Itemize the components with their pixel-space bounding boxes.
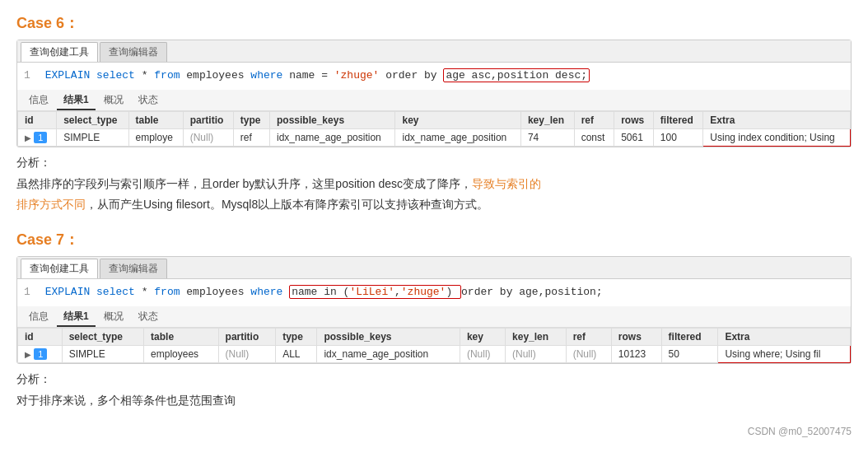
case6-col-rows: rows bbox=[614, 111, 654, 128]
case6-cell-type: ref bbox=[233, 128, 269, 146]
case7-line-number: 1 bbox=[24, 286, 30, 298]
case6-col-type: type bbox=[233, 111, 269, 128]
case7-sql-code: 1 EXPLAIN select * from employees where … bbox=[17, 279, 851, 306]
case6-sql-star: * bbox=[142, 69, 155, 82]
case7-title: Case 7： bbox=[16, 230, 852, 249]
case6-cell-key-len: 74 bbox=[520, 128, 574, 146]
case6-sql-orderby: order by bbox=[385, 69, 443, 82]
case6-sql-select: select bbox=[96, 69, 135, 82]
case7-cell-type: ALL bbox=[276, 345, 317, 362]
case6-sql-where: where bbox=[250, 69, 282, 82]
case6-cell-select-type: SIMPLE bbox=[57, 128, 128, 146]
case6-analysis-text1: 虽然排序的字段列与索引顺序一样，且order by默认升序，这里position… bbox=[16, 177, 472, 190]
case6-tab-query-create[interactable]: 查询创建工具 bbox=[21, 42, 98, 62]
case7-table-header-row: id select_type table partitio type possi… bbox=[18, 328, 851, 345]
case7-sql-in-clause: name in ('LiLei','zhuge') bbox=[289, 285, 461, 299]
case6-cell-extra: Using index condition; Using bbox=[703, 128, 851, 146]
case6-cell-ref: const bbox=[574, 128, 614, 146]
case6-col-possible-keys: possible_keys bbox=[270, 111, 395, 128]
case7-in-name: name in ( bbox=[292, 286, 349, 298]
case6-col-id: id bbox=[18, 111, 57, 128]
case7-col-filtered: filtered bbox=[661, 328, 718, 345]
case7-result-tab-overview[interactable]: 概况 bbox=[97, 308, 130, 327]
case7-in-value1: 'LiLei' bbox=[349, 286, 394, 298]
case6-sql-value: 'zhuge' bbox=[334, 69, 380, 82]
case6-line-number: 1 bbox=[24, 69, 30, 82]
case7-section: Case 7： 查询创建工具 查询编辑器 1 EXPLAIN select * … bbox=[16, 230, 852, 411]
case7-result-tab-result[interactable]: 结果1 bbox=[57, 308, 96, 327]
case7-tab-query-create[interactable]: 查询创建工具 bbox=[21, 259, 98, 278]
case7-row-arrow: ▶ bbox=[25, 350, 31, 359]
case7-col-key: key bbox=[460, 328, 505, 345]
case6-panel-tabs: 查询创建工具 查询编辑器 bbox=[17, 40, 851, 63]
case7-id-badge: 1 bbox=[34, 348, 47, 360]
case6-analysis-label: 分析： bbox=[16, 156, 852, 170]
case7-analysis-text: 对于排序来说，多个相等条件也是范围查询 bbox=[16, 394, 236, 407]
case6-id-badge: 1 bbox=[34, 132, 47, 143]
case7-table-row: ▶ 1 SIMPLE employees (Null) ALL idx_name… bbox=[18, 345, 851, 362]
case6-title: Case 6： bbox=[16, 13, 852, 33]
case6-analysis-text2: ，从而产生Using filesort。Mysql8以上版本有降序索引可以支持该… bbox=[86, 198, 488, 211]
case7-sql-from: from bbox=[154, 286, 180, 298]
case7-col-select-type: select_type bbox=[62, 328, 143, 345]
case6-sql-explain: EXPLAIN bbox=[45, 69, 91, 82]
case6-col-key-len: key_len bbox=[520, 111, 574, 128]
case7-col-id: id bbox=[18, 328, 63, 345]
case6-analysis: 分析： 虽然排序的字段列与索引顺序一样，且order by默认升序，这里posi… bbox=[16, 156, 852, 215]
case6-cell-rows: 5061 bbox=[614, 128, 654, 146]
case6-result-tab-info[interactable]: 信息 bbox=[22, 91, 55, 110]
case7-sql-star: * bbox=[142, 286, 155, 298]
case6-result-tab-result[interactable]: 结果1 bbox=[57, 91, 96, 110]
case7-analysis-label: 分析： bbox=[16, 372, 852, 387]
case6-cell-filtered: 100 bbox=[653, 128, 702, 146]
case6-analysis-body: 虽然排序的字段列与索引顺序一样，且order by默认升序，这里position… bbox=[16, 174, 852, 215]
case6-col-table: table bbox=[128, 111, 183, 128]
case6-tab-query-editor[interactable]: 查询编辑器 bbox=[100, 42, 167, 62]
case6-sql-condition: name = bbox=[289, 69, 334, 82]
case6-cell-possible-keys: idx_name_age_position bbox=[270, 128, 395, 146]
case7-cell-ref: (Null) bbox=[566, 345, 611, 362]
case7-sql-explain: EXPLAIN bbox=[45, 286, 91, 298]
case7-cell-possible-keys: idx_name_age_position bbox=[317, 345, 460, 362]
case7-cell-id: ▶ 1 bbox=[18, 345, 63, 362]
case7-panel-tabs: 查询创建工具 查询编辑器 bbox=[17, 257, 851, 279]
case7-cell-extra: Using where; Using fil bbox=[718, 345, 851, 362]
case7-sql-select: select bbox=[96, 286, 135, 298]
case7-in-close: ) bbox=[446, 286, 452, 298]
case7-col-table: table bbox=[144, 328, 219, 345]
case7-result-tab-info[interactable]: 信息 bbox=[22, 308, 55, 327]
case7-sql-where: where bbox=[250, 286, 282, 298]
case7-col-extra: Extra bbox=[718, 328, 851, 345]
case6-cell-id: ▶ 1 bbox=[18, 128, 57, 146]
case7-cell-key: (Null) bbox=[460, 345, 505, 362]
case6-row-arrow: ▶ bbox=[25, 133, 31, 142]
case6-sql-orderby-value: age asc,position desc; bbox=[443, 68, 590, 82]
case6-result-table: id select_type table partitio type possi… bbox=[17, 111, 851, 147]
case6-col-extra: Extra bbox=[703, 111, 851, 128]
case6-panel: 查询创建工具 查询编辑器 1 EXPLAIN select * from emp… bbox=[16, 40, 852, 147]
case6-orderby-text: age asc,position desc; bbox=[446, 69, 587, 82]
case7-col-type: type bbox=[276, 328, 317, 345]
case6-result-tab-overview[interactable]: 概况 bbox=[97, 91, 130, 110]
case6-table-wrap: id select_type table partitio type possi… bbox=[17, 111, 851, 147]
case7-tab-query-editor[interactable]: 查询编辑器 bbox=[100, 259, 167, 278]
case6-col-filtered: filtered bbox=[653, 111, 702, 128]
case6-cell-partitio: (Null) bbox=[183, 128, 233, 146]
case7-analysis-body: 对于排序来说，多个相等条件也是范围查询 bbox=[16, 390, 852, 411]
case7-cell-rows: 10123 bbox=[611, 345, 661, 362]
case7-result-table: id select_type table partitio type possi… bbox=[17, 328, 851, 363]
case7-result-tab-status[interactable]: 状态 bbox=[132, 308, 165, 327]
case7-cell-table: employees bbox=[144, 345, 219, 362]
case7-col-rows: rows bbox=[611, 328, 661, 345]
case6-result-tab-status[interactable]: 状态 bbox=[132, 91, 165, 110]
case6-col-key: key bbox=[395, 111, 520, 128]
case6-result-tabs: 信息 结果1 概况 状态 bbox=[17, 90, 851, 111]
case6-sql-employees: employees bbox=[186, 69, 250, 82]
case7-col-partitio: partitio bbox=[218, 328, 276, 345]
case7-sql-orderby: order by age,position; bbox=[461, 286, 603, 298]
case7-col-possible-keys: possible_keys bbox=[317, 328, 460, 345]
case6-col-select-type: select_type bbox=[57, 111, 128, 128]
case7-cell-select-type: SIMPLE bbox=[62, 345, 143, 362]
case6-sql-code: 1 EXPLAIN select * from employees where … bbox=[17, 63, 851, 90]
case6-col-partitio: partitio bbox=[183, 111, 233, 128]
